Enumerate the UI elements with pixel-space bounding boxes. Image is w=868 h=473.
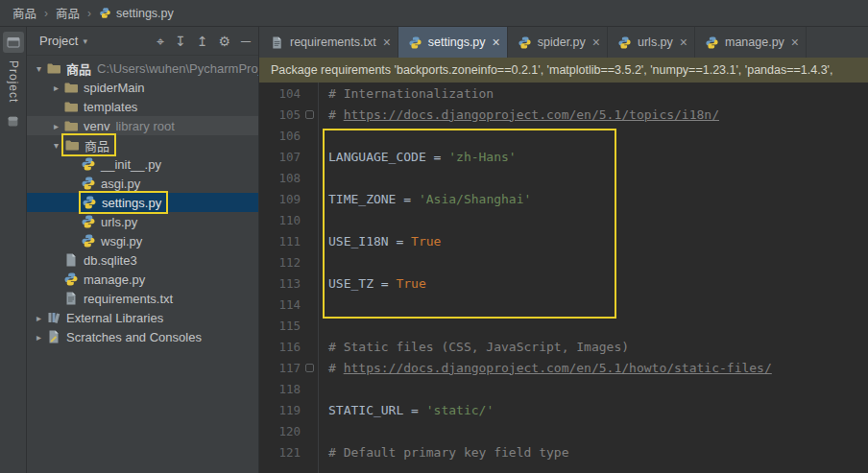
tab-manage.py[interactable]: manage.py× <box>695 27 807 58</box>
package-requirements-banner[interactable]: Package requirements 'backports.zoneinfo… <box>259 58 868 83</box>
tree-item-venv[interactable]: ▸venvlibrary root <box>27 116 258 135</box>
chevron-right-icon[interactable]: ▸ <box>32 332 46 343</box>
project-tool-label[interactable]: Project <box>7 60 20 103</box>
tab-spider.py[interactable]: spider.py× <box>508 27 608 58</box>
code-line-104[interactable]: # Internationalization <box>328 83 868 104</box>
gutter-line[interactable]: 112 <box>259 251 318 272</box>
tree-item-商品[interactable]: ▾商品C:\Users\wuhen\PycharmProj <box>27 59 258 78</box>
code-line-114[interactable] <box>328 294 868 315</box>
code-line-121[interactable]: # Default primary key field type <box>328 441 868 462</box>
tree-item-__init__.py[interactable]: __init__.py <box>27 154 258 174</box>
code-line-110[interactable] <box>328 209 868 230</box>
line-number[interactable]: 116 <box>259 340 301 354</box>
gutter-mark-icon[interactable] <box>305 110 314 119</box>
breadcrumb-item[interactable]: 商品 <box>53 2 83 24</box>
tree-item-External Libraries[interactable]: ▸External Libraries <box>27 308 258 327</box>
gutter-line[interactable]: 115 <box>259 315 318 336</box>
line-number[interactable]: 119 <box>259 403 301 417</box>
project-view-selector[interactable]: Project ▾ <box>35 34 87 48</box>
code-line-105[interactable]: # https://docs.djangoproject.com/en/5.1/… <box>328 104 868 125</box>
code-line-106[interactable] <box>328 125 868 146</box>
tree-item-db.sqlite3[interactable]: db.sqlite3 <box>27 250 258 270</box>
gutter-line[interactable]: 118 <box>259 378 318 399</box>
chevron-down-icon[interactable]: ▾ <box>32 63 46 74</box>
line-number[interactable]: 113 <box>259 276 301 291</box>
line-number[interactable]: 117 <box>259 361 301 375</box>
tab-requirements.txt[interactable]: requirements.txt× <box>260 27 398 58</box>
tab-settings.py[interactable]: settings.py× <box>398 27 508 58</box>
code-line-112[interactable] <box>328 251 868 272</box>
tree-item-templates[interactable]: templates <box>27 97 258 116</box>
close-tab-icon[interactable]: × <box>592 35 600 49</box>
expand-all-icon[interactable]: ↧ <box>175 35 186 48</box>
settings-icon[interactable]: ⚙ <box>219 35 231 48</box>
tree-item-requirements.txt[interactable]: requirements.txt <box>27 289 258 308</box>
tree-item-wsgi.py[interactable]: wsgi.py <box>27 231 258 250</box>
gutter-line[interactable]: 108 <box>259 167 318 188</box>
line-number[interactable]: 104 <box>259 86 301 101</box>
tree-item-manage.py[interactable]: manage.py <box>27 270 258 289</box>
gutter-line[interactable]: 113 <box>259 272 318 294</box>
code-line-118[interactable] <box>328 378 868 399</box>
gutter-line[interactable]: 114 <box>259 294 318 315</box>
line-number[interactable]: 107 <box>259 150 301 164</box>
code-area[interactable]: # Internationalization# https://docs.dja… <box>319 83 868 473</box>
code-line-109[interactable]: TIME_ZONE = 'Asia/Shanghai' <box>328 188 868 209</box>
close-tab-icon[interactable]: × <box>383 35 391 49</box>
gutter-line[interactable]: 104 <box>259 83 318 104</box>
gutter-line[interactable]: 105 <box>259 104 318 125</box>
line-number[interactable]: 114 <box>259 297 301 312</box>
breadcrumb-item[interactable]: settings.py <box>96 5 177 22</box>
gutter-line[interactable]: 111 <box>259 230 318 251</box>
gutter-line[interactable]: 120 <box>259 420 318 441</box>
line-number[interactable]: 105 <box>259 107 301 122</box>
line-number[interactable]: 106 <box>259 129 301 143</box>
code-line-113[interactable]: USE_TZ = True <box>328 272 868 294</box>
line-number[interactable]: 109 <box>259 192 301 206</box>
close-tab-icon[interactable]: × <box>493 35 500 49</box>
tool-window-button[interactable] <box>3 110 24 131</box>
close-tab-icon[interactable]: × <box>680 35 687 49</box>
code-line-116[interactable]: # Static files (CSS, JavaScript, Images) <box>328 336 868 357</box>
gutter-line[interactable]: 121 <box>259 441 318 462</box>
gutter-line[interactable]: 117 <box>259 357 318 378</box>
line-number[interactable]: 115 <box>259 319 301 333</box>
breadcrumb-item[interactable]: 商品 <box>10 2 39 24</box>
line-number[interactable]: 110 <box>259 213 301 227</box>
code-line-108[interactable] <box>328 167 868 188</box>
line-number[interactable]: 120 <box>259 424 301 438</box>
gutter-line[interactable]: 107 <box>259 146 318 167</box>
code-line-107[interactable]: LANGUAGE_CODE = 'zh-Hans' <box>328 146 868 167</box>
project-tool-button[interactable] <box>3 32 24 53</box>
line-number[interactable]: 121 <box>259 445 301 460</box>
line-number[interactable]: 118 <box>259 382 301 396</box>
close-tab-icon[interactable]: × <box>791 35 799 49</box>
tree-item-商品[interactable]: ▾商品 <box>27 135 258 154</box>
tree-item-asgi.py[interactable]: asgi.py <box>27 174 258 193</box>
tree-item-spiderMain[interactable]: ▸spiderMain <box>27 78 258 97</box>
code-line-115[interactable] <box>328 315 868 336</box>
editor-gutter[interactable]: 1041051061071081091101111121131141151161… <box>259 83 319 473</box>
gutter-line[interactable]: 116 <box>259 336 318 357</box>
editor-body[interactable]: 1041051061071081091101111121131141151161… <box>259 83 868 473</box>
gutter-line[interactable]: 109 <box>259 188 318 209</box>
gutter-line[interactable]: 119 <box>259 399 318 420</box>
tab-urls.py[interactable]: urls.py× <box>608 27 695 58</box>
gutter-line[interactable]: 106 <box>259 125 318 146</box>
tree-item-Scratches and Consoles[interactable]: ▸Scratches and Consoles <box>27 327 258 346</box>
collapse-all-icon[interactable]: ↥ <box>197 35 208 48</box>
code-line-111[interactable]: USE_I18N = True <box>328 230 868 251</box>
line-number[interactable]: 111 <box>259 234 301 248</box>
chevron-right-icon[interactable]: ▸ <box>49 83 63 93</box>
code-line-119[interactable]: STATIC_URL = 'static/' <box>328 399 868 420</box>
code-line-120[interactable] <box>328 420 868 441</box>
chevron-right-icon[interactable]: ▸ <box>49 121 63 131</box>
code-line-117[interactable]: # https://docs.djangoproject.com/en/5.1/… <box>328 357 868 378</box>
tree-item-urls.py[interactable]: urls.py <box>27 212 258 231</box>
chevron-right-icon[interactable]: ▸ <box>32 313 46 323</box>
hide-icon[interactable]: ─ <box>241 35 251 48</box>
gutter-line[interactable]: 110 <box>259 209 318 230</box>
line-number[interactable]: 112 <box>259 255 301 270</box>
locate-icon[interactable]: ⌖ <box>157 35 164 48</box>
chevron-down-icon[interactable]: ▾ <box>49 140 63 151</box>
